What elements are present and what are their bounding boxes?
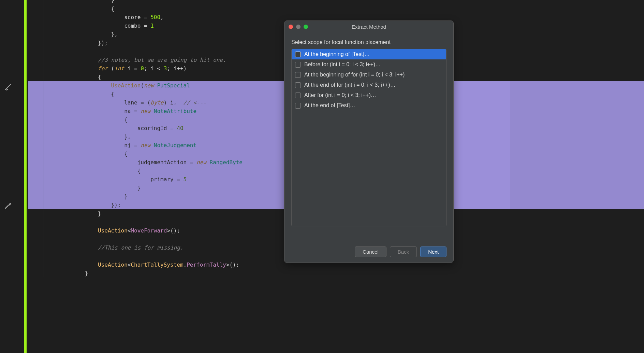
scope-option[interactable]: After for (int i = 0; i < 3; i++)…: [292, 90, 446, 100]
window-controls: [289, 25, 308, 29]
dialog-titlebar[interactable]: Extract Method: [284, 21, 453, 33]
minimize-icon[interactable]: [296, 25, 301, 29]
scope-option-label: After for (int i = 0; i < 3; i++)…: [304, 92, 376, 98]
cancel-button[interactable]: Cancel: [355, 246, 386, 257]
scope-option-label: Before for (int i = 0; i < 3; i++)…: [304, 61, 381, 68]
scope-option[interactable]: At the beginning of for (int i = 0; i < …: [292, 70, 446, 80]
dialog-title: Extract Method: [284, 24, 453, 30]
scope-option[interactable]: At the end of [Test]…: [292, 100, 446, 111]
scope-option-label: At the end of [Test]…: [304, 102, 355, 109]
checkbox-icon[interactable]: [295, 93, 301, 98]
extract-method-dialog: Extract Method Select scope for local fu…: [284, 20, 454, 263]
broom-icon[interactable]: [4, 83, 12, 91]
back-button[interactable]: Back: [390, 246, 417, 257]
checkbox-icon[interactable]: [295, 103, 301, 109]
checkbox-icon[interactable]: [295, 52, 301, 57]
gutter-icon-column: [0, 0, 17, 353]
hammer-icon[interactable]: [4, 201, 12, 210]
scope-options-list[interactable]: At the beginning of [Test]…Before for (i…: [291, 49, 447, 226]
scope-option-label: At the end of for (int i = 0; i < 3; i++…: [304, 82, 396, 88]
scope-option[interactable]: At the beginning of [Test]…: [292, 49, 446, 59]
scope-option[interactable]: At the end of for (int i = 0; i < 3; i++…: [292, 80, 446, 90]
checkbox-icon[interactable]: [295, 82, 301, 88]
vcs-gutter-indicator[interactable]: [24, 0, 27, 353]
checkbox-icon[interactable]: [295, 62, 301, 68]
next-button[interactable]: Next: [420, 246, 447, 257]
scope-option[interactable]: Before for (int i = 0; i < 3; i++)…: [292, 59, 446, 70]
dialog-prompt: Select scope for local function placemen…: [284, 33, 453, 49]
checkbox-icon[interactable]: [295, 72, 301, 78]
dialog-button-row: Cancel Back Next: [355, 246, 447, 257]
code-line[interactable]: }: [72, 0, 644, 4]
code-line[interactable]: }: [72, 269, 644, 278]
maximize-icon[interactable]: [304, 25, 308, 29]
code-line[interactable]: {: [72, 4, 644, 13]
close-icon[interactable]: [289, 25, 293, 29]
scope-option-label: At the beginning of for (int i = 0; i < …: [304, 72, 405, 78]
scope-option-label: At the beginning of [Test]…: [304, 51, 370, 57]
